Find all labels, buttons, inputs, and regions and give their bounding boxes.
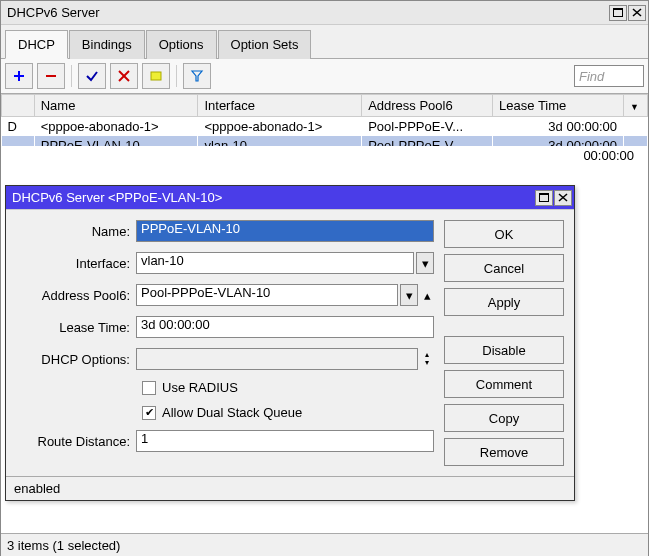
add-button[interactable]	[5, 63, 33, 89]
route-distance-label: Route Distance:	[16, 434, 136, 449]
dialog-close-button[interactable]	[554, 190, 572, 206]
tab-option-sets[interactable]: Option Sets	[218, 30, 312, 59]
tab-bindings[interactable]: Bindings	[69, 30, 145, 59]
svg-marker-10	[192, 71, 202, 81]
svg-rect-9	[151, 72, 161, 80]
dhcp-options-expand-icon[interactable]: ▴▾	[420, 351, 434, 367]
find-input[interactable]: Find	[574, 65, 644, 87]
cell-intf: <pppoe-abonado-1>	[198, 117, 362, 137]
ok-button[interactable]: OK	[444, 220, 564, 248]
pool-dropdown[interactable]: ▾	[400, 284, 418, 306]
dialog-window: DHCPv6 Server <PPPoE-VLAN-10> Name: PPPo…	[5, 185, 575, 501]
use-radius-row[interactable]: Use RADIUS	[142, 380, 434, 395]
col-lease-header[interactable]: Lease Time	[493, 95, 624, 117]
tab-dhcp[interactable]: DHCP	[5, 30, 68, 59]
comment-button[interactable]	[142, 63, 170, 89]
main-title-buttons	[609, 5, 646, 21]
chevron-down-icon: ▼	[630, 102, 639, 112]
interface-dropdown[interactable]: ▾	[416, 252, 434, 274]
dialog-title: DHCPv6 Server <PPPoE-VLAN-10>	[12, 190, 222, 205]
dialog-statusbar: enabled	[6, 476, 574, 500]
filter-button[interactable]	[183, 63, 211, 89]
dhcp-options-label: DHCP Options:	[16, 352, 136, 367]
allow-dual-checkbox[interactable]: ✔	[142, 406, 156, 420]
main-statusbar: 3 items (1 selected)	[1, 533, 648, 556]
interface-label: Interface:	[16, 256, 136, 271]
disable-button[interactable]	[110, 63, 138, 89]
dialog-maximize-button[interactable]	[535, 190, 553, 206]
tab-options[interactable]: Options	[146, 30, 217, 59]
dialog-button-column: OK Cancel Apply Disable Comment Copy Rem…	[444, 220, 564, 466]
cell-pool: Pool-PPPoE-V...	[362, 117, 493, 137]
cancel-button[interactable]: Cancel	[444, 254, 564, 282]
col-interface-header[interactable]: Interface	[198, 95, 362, 117]
pool-field[interactable]: Pool-PPPoE-VLAN-10	[136, 284, 398, 306]
name-field[interactable]: PPPoE-VLAN-10	[136, 220, 434, 242]
table-row[interactable]: D <pppoe-abonado-1> <pppoe-abonado-1> Po…	[2, 117, 648, 137]
tab-bar: DHCP Bindings Options Option Sets	[1, 25, 648, 59]
name-label: Name:	[16, 224, 136, 239]
lease-field[interactable]: 3d 00:00:00	[136, 316, 434, 338]
main-title: DHCPv6 Server	[7, 5, 99, 20]
close-button[interactable]	[628, 5, 646, 21]
peek-lease: 00:00:00	[577, 146, 640, 165]
pool-label: Address Pool6:	[16, 288, 136, 303]
col-menu-header[interactable]: ▼	[624, 95, 648, 117]
col-pool-header[interactable]: Address Pool6	[362, 95, 493, 117]
use-radius-label: Use RADIUS	[162, 380, 238, 395]
use-radius-checkbox[interactable]	[142, 381, 156, 395]
pool-collapse-icon[interactable]: ▴	[420, 288, 434, 303]
copy-button[interactable]: Copy	[444, 404, 564, 432]
allow-dual-row[interactable]: ✔ Allow Dual Stack Queue	[142, 405, 434, 420]
remove-button[interactable]	[37, 63, 65, 89]
comment-button[interactable]: Comment	[444, 370, 564, 398]
dhcp-options-field[interactable]	[136, 348, 418, 370]
chevron-down-icon: ▾	[406, 288, 413, 303]
disable-button[interactable]: Disable	[444, 336, 564, 364]
toolbar-separator-2	[176, 65, 177, 87]
cell-flag: D	[2, 117, 35, 137]
col-name-header[interactable]: Name	[34, 95, 198, 117]
dialog-title-buttons	[535, 190, 572, 206]
table-wrap: Name Interface Address Pool6 Lease Time …	[1, 94, 648, 146]
toolbar-separator	[71, 65, 72, 87]
route-distance-field[interactable]: 1	[136, 430, 434, 452]
cell-lease: 3d 00:00:00	[493, 117, 624, 137]
allow-dual-label: Allow Dual Stack Queue	[162, 405, 302, 420]
chevron-down-icon: ▾	[422, 256, 429, 271]
lease-label: Lease Time:	[16, 320, 136, 335]
form-column: Name: PPPoE-VLAN-10 Interface: vlan-10 ▾…	[16, 220, 434, 466]
main-titlebar: DHCPv6 Server	[1, 1, 648, 25]
apply-button[interactable]: Apply	[444, 288, 564, 316]
enable-button[interactable]	[78, 63, 106, 89]
remove-button[interactable]: Remove	[444, 438, 564, 466]
interface-field[interactable]: vlan-10	[136, 252, 414, 274]
table-header-row: Name Interface Address Pool6 Lease Time …	[2, 95, 648, 117]
toolbar: Find	[1, 59, 648, 94]
dialog-titlebar[interactable]: DHCPv6 Server <PPPoE-VLAN-10>	[6, 186, 574, 210]
cell-name: <pppoe-abonado-1>	[34, 117, 198, 137]
dialog-body: Name: PPPoE-VLAN-10 Interface: vlan-10 ▾…	[6, 210, 574, 476]
col-flag-header[interactable]	[2, 95, 35, 117]
maximize-button[interactable]	[609, 5, 627, 21]
